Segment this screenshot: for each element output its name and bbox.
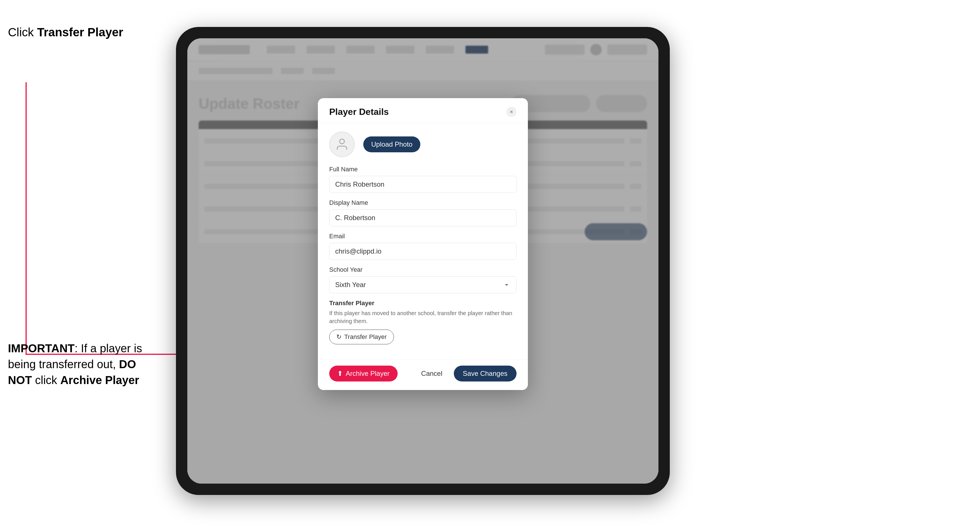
user-icon — [335, 137, 349, 151]
transfer-player-section: Transfer Player If this player has moved… — [329, 300, 517, 344]
archive-icon: ⬆ — [337, 370, 343, 378]
school-year-group: School Year Sixth Year First Year Second… — [329, 266, 517, 293]
modal-overlay: Player Details × — [187, 38, 659, 484]
archive-btn-label: Archive Player — [346, 370, 390, 378]
full-name-input[interactable] — [329, 176, 517, 193]
email-input[interactable] — [329, 243, 517, 260]
important-label: IMPORTANT — [8, 342, 75, 354]
upload-photo-button[interactable]: Upload Photo — [363, 137, 420, 152]
svg-point-0 — [340, 139, 345, 144]
archive-player-button[interactable]: ⬆ Archive Player — [329, 366, 398, 381]
school-year-label: School Year — [329, 266, 517, 273]
display-name-group: Display Name — [329, 199, 517, 226]
instruction-prefix: Click — [8, 25, 37, 39]
save-changes-button[interactable]: Save Changes — [454, 366, 517, 381]
transfer-btn-label: Transfer Player — [344, 333, 387, 341]
player-details-modal: Player Details × — [318, 98, 528, 390]
avatar-section: Upload Photo — [329, 132, 517, 157]
email-group: Email — [329, 233, 517, 260]
modal-title: Player Details — [329, 106, 389, 117]
display-name-input[interactable] — [329, 210, 517, 226]
instruction-bottom: IMPORTANT: If a player is being transfer… — [8, 340, 161, 388]
close-icon: × — [510, 109, 513, 115]
archive-label: Archive Player — [60, 374, 139, 386]
transfer-player-button[interactable]: ↻ Transfer Player — [329, 330, 394, 344]
instruction-bold: Transfer Player — [37, 25, 124, 39]
transfer-section-label: Transfer Player — [329, 300, 517, 307]
transfer-icon: ↻ — [336, 333, 341, 341]
cancel-button[interactable]: Cancel — [415, 366, 448, 381]
full-name-group: Full Name — [329, 166, 517, 193]
modal-close-button[interactable]: × — [506, 106, 517, 117]
footer-right: Cancel Save Changes — [415, 366, 517, 381]
transfer-section-desc: If this player has moved to another scho… — [329, 309, 517, 325]
screen-content: Update Roster — [187, 38, 659, 484]
instruction-text-2: click — [32, 374, 60, 386]
annotation-vertical-line — [25, 82, 27, 354]
school-year-select[interactable]: Sixth Year First Year Second Year Third … — [329, 276, 517, 293]
avatar-circle — [329, 132, 355, 157]
instruction-top: Click Transfer Player — [8, 25, 123, 39]
tablet-frame: Update Roster — [176, 27, 670, 495]
display-name-label: Display Name — [329, 199, 517, 206]
email-label: Email — [329, 233, 517, 240]
modal-body: Upload Photo Full Name Display Name — [318, 123, 528, 360]
modal-header: Player Details × — [318, 98, 528, 123]
tablet-screen: Update Roster — [187, 38, 659, 484]
modal-footer: ⬆ Archive Player Cancel Save Changes — [318, 360, 528, 390]
full-name-label: Full Name — [329, 166, 517, 173]
